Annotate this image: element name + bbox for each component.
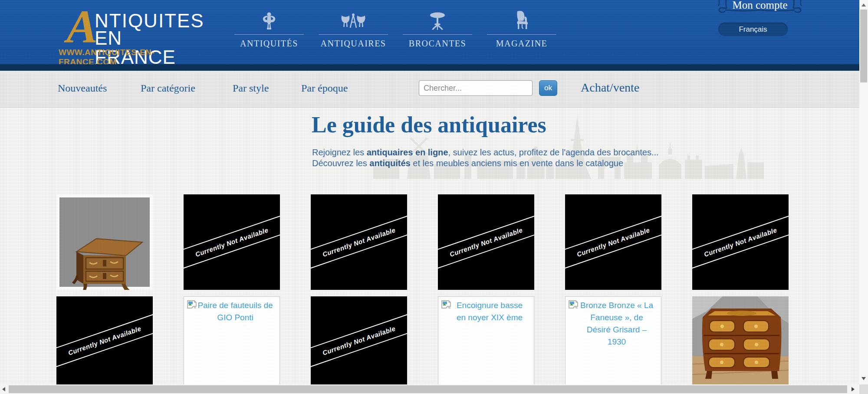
not-available-tile: Currently Not Available xyxy=(311,296,407,385)
not-available-stamp: Currently Not Available xyxy=(56,313,153,369)
subnav-item-nouveautes[interactable]: Nouveautés xyxy=(58,71,107,108)
pedestal-table-icon xyxy=(428,10,447,30)
nav-item-antiquaires[interactable]: ANTIQUAIRES xyxy=(319,10,388,49)
not-available-tile: Currently Not Available xyxy=(184,194,280,290)
site-header: A NTIQUITES EN FRANCE WWW.ANTIQUITES-EN-… xyxy=(0,0,859,64)
scroll-up-arrow-icon[interactable] xyxy=(861,3,866,7)
intro-line-1: Rejoignez les antiquaires en ligne, suiv… xyxy=(312,148,685,158)
product-photo-tile-commode-marqueterie[interactable] xyxy=(692,296,789,385)
not-available-stamp: Currently Not Available xyxy=(565,214,661,270)
not-available-stamp: Currently Not Available xyxy=(438,214,534,270)
subnav-item-par-epoque[interactable]: Par époque xyxy=(301,71,348,108)
not-available-stamp: Currently Not Available xyxy=(184,214,280,270)
header-divider xyxy=(0,64,859,71)
nav-item-label: ANTIQUITÉS xyxy=(240,39,298,49)
not-available-tile: Currently Not Available xyxy=(565,194,661,290)
not-available-tile: Currently Not Available xyxy=(56,296,153,385)
product-link[interactable]: Encoignure basse en noyer XIX ème xyxy=(451,299,528,324)
main-navigation: ANTIQUITÉS ANTIQUAIRES xyxy=(234,10,571,49)
not-available-tile: Currently Not Available xyxy=(311,194,407,290)
subnav-item-par-style[interactable]: Par style xyxy=(233,71,269,108)
cherub-icon xyxy=(262,10,276,30)
language-button[interactable]: Français xyxy=(718,23,788,36)
product-photo-tile-commode-ancienne[interactable] xyxy=(56,194,153,290)
product-link-tile[interactable]: Encoignure basse en noyer XIX ème xyxy=(438,296,534,385)
nav-underline xyxy=(319,34,388,35)
nav-item-label: MAGAZINE xyxy=(496,39,548,49)
armchair-icon xyxy=(513,10,530,30)
product-link[interactable]: Paire de fauteuils de GIO Ponti xyxy=(197,299,273,324)
search-ok-button[interactable]: ok xyxy=(539,80,557,96)
broken-image-icon xyxy=(441,300,451,310)
horizontal-scrollbar[interactable] xyxy=(0,384,859,394)
vertical-scrollbar[interactable] xyxy=(859,0,868,394)
nav-item-antiquites[interactable]: ANTIQUITÉS xyxy=(234,10,304,49)
nav-underline xyxy=(403,34,472,35)
nav-underline xyxy=(487,34,556,35)
intro-line-2: Découvrez les antiquités et les meubles … xyxy=(312,158,685,168)
logo-name-rest: NTIQUITES xyxy=(95,11,204,30)
achat-vente-link[interactable]: Achat/vente xyxy=(581,71,639,108)
compass-chairs-icon xyxy=(340,10,367,30)
broken-image-icon xyxy=(187,300,197,310)
scroll-down-arrow-icon[interactable] xyxy=(861,377,866,380)
subnav-item-par-categorie[interactable]: Par catégorie xyxy=(141,71,195,108)
my-account-button[interactable]: Mon compte xyxy=(714,0,806,16)
nav-item-label: BROCANTES xyxy=(409,39,466,49)
broken-image-icon xyxy=(569,300,578,310)
search-input[interactable] xyxy=(419,80,533,96)
scrollbar-corner xyxy=(859,384,868,394)
site-logo[interactable]: A NTIQUITES EN FRANCE WWW.ANTIQUITES-EN-… xyxy=(59,9,193,57)
not-available-tile: Currently Not Available xyxy=(438,194,534,290)
my-account-label: Mon compte xyxy=(714,0,806,11)
product-link[interactable]: Bronze Bronze « La Faneuse », de Désiré … xyxy=(579,299,655,348)
account-ornament xyxy=(714,0,806,16)
nav-item-magazine[interactable]: MAGAZINE xyxy=(487,10,556,49)
logo-initial: A xyxy=(66,3,98,50)
nav-item-label: ANTIQUAIRES xyxy=(321,39,386,49)
not-available-stamp: Currently Not Available xyxy=(692,214,789,270)
product-link-tile[interactable]: Paire de fauteuils de GIO Ponti xyxy=(184,296,280,385)
not-available-stamp: Currently Not Available xyxy=(311,313,407,369)
logo-name-line2: EN FRANCE xyxy=(95,29,193,67)
not-available-tile: Currently Not Available xyxy=(692,194,789,290)
page-title: Le guide des antiquaires xyxy=(312,112,546,138)
nav-item-brocantes[interactable]: BROCANTES xyxy=(403,10,472,49)
scroll-left-arrow-icon[interactable] xyxy=(2,387,5,391)
not-available-stamp: Currently Not Available xyxy=(311,214,407,270)
vertical-scrollbar-thumb[interactable] xyxy=(860,10,867,82)
scroll-right-arrow-icon[interactable] xyxy=(852,387,855,391)
product-link-tile[interactable]: Bronze Bronze « La Faneuse », de Désiré … xyxy=(565,296,661,385)
antiquites-en-france-page: A NTIQUITES EN FRANCE WWW.ANTIQUITES-EN-… xyxy=(0,0,868,394)
nav-underline xyxy=(234,34,304,35)
horizontal-scrollbar-thumb[interactable] xyxy=(9,385,847,393)
